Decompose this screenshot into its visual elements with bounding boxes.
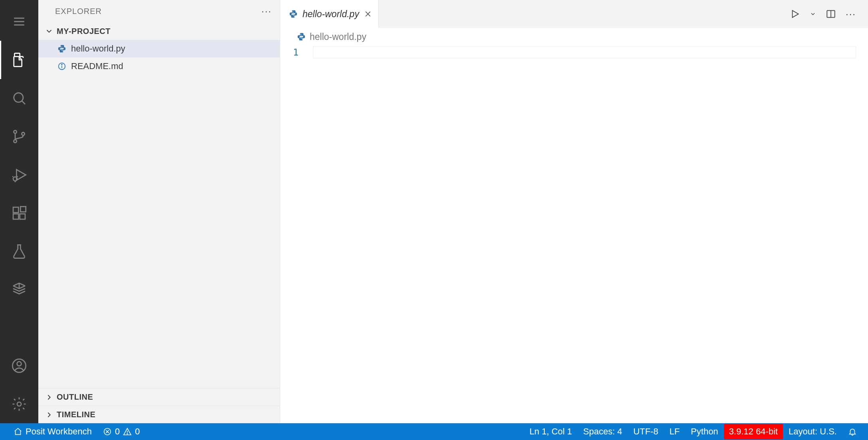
svg-point-32 (127, 434, 127, 434)
status-layout[interactable]: Layout: U.S. (783, 423, 842, 440)
svg-point-6 (14, 140, 16, 143)
chevron-down-icon (45, 27, 53, 36)
code-area[interactable] (313, 46, 868, 423)
status-bar: Posit Workbench 0 0 Ln 1, Col 1 Spaces: … (0, 423, 868, 440)
warning-icon (123, 427, 132, 436)
run-dropdown-icon[interactable] (810, 11, 816, 17)
current-line-highlight (313, 46, 856, 58)
project-name: MY-PROJECT (57, 27, 111, 36)
run-icon[interactable] (790, 9, 800, 19)
close-icon[interactable] (364, 10, 372, 18)
sidebar-title: EXPLORER (55, 7, 261, 16)
file-row-hello-world[interactable]: hello-world.py (38, 40, 280, 57)
breadcrumb[interactable]: hello-world.py (280, 28, 868, 46)
editor-actions: ··· (778, 0, 868, 28)
svg-point-22 (61, 64, 62, 65)
warning-count: 0 (135, 426, 140, 437)
source-control-icon[interactable] (0, 117, 38, 156)
outline-label: OUTLINE (57, 392, 93, 402)
status-spaces[interactable]: Spaces: 4 (577, 423, 628, 440)
svg-rect-16 (20, 206, 26, 212)
editor-body[interactable]: 1 (280, 46, 868, 423)
python-file-icon (57, 44, 67, 53)
status-cursor[interactable]: Ln 1, Col 1 (524, 423, 577, 440)
status-bell[interactable] (842, 423, 862, 440)
svg-rect-15 (20, 214, 25, 219)
workbench-label: Posit Workbench (26, 426, 92, 437)
account-icon[interactable] (0, 347, 38, 385)
svg-rect-13 (13, 207, 18, 212)
outline-section[interactable]: OUTLINE (38, 388, 280, 406)
svg-point-5 (14, 131, 16, 133)
bell-icon (848, 427, 857, 436)
status-language[interactable]: Python (685, 423, 724, 440)
file-name: README.md (71, 61, 123, 71)
tabs-row: hello-world.py ··· (280, 0, 868, 28)
chevron-right-icon (45, 410, 53, 419)
status-workbench[interactable]: Posit Workbench (8, 423, 97, 440)
breadcrumb-file: hello-world.py (310, 32, 366, 42)
run-debug-icon[interactable] (0, 156, 38, 194)
tab-filename: hello-world.py (303, 9, 359, 20)
svg-marker-25 (792, 10, 798, 17)
editor-group: hello-world.py ··· (280, 0, 868, 423)
timeline-label: TIMELINE (57, 410, 95, 419)
chevron-right-icon (45, 393, 53, 402)
menu-icon[interactable] (0, 2, 38, 41)
svg-point-3 (14, 93, 23, 102)
svg-rect-14 (13, 214, 18, 219)
file-row-readme[interactable]: README.md (38, 57, 280, 75)
status-eol[interactable]: LF (664, 423, 685, 440)
svg-line-4 (22, 101, 25, 104)
line-number: 1 (280, 47, 299, 57)
error-count: 0 (115, 426, 120, 437)
status-encoding[interactable]: UTF-8 (628, 423, 664, 440)
python-file-icon (297, 32, 306, 41)
svg-point-18 (17, 362, 22, 366)
file-name: hello-world.py (71, 44, 125, 54)
error-icon (103, 427, 112, 436)
settings-gear-icon[interactable] (0, 385, 38, 423)
activity-bar (0, 0, 38, 423)
python-file-icon (289, 10, 298, 18)
tab-hello-world[interactable]: hello-world.py (280, 0, 379, 28)
status-problems[interactable]: 0 0 (97, 423, 146, 440)
extensions-icon[interactable] (0, 194, 38, 232)
svg-marker-8 (16, 170, 26, 180)
home-icon (14, 427, 22, 436)
timeline-section[interactable]: TIMELINE (38, 406, 280, 423)
explorer-sidebar: EXPLORER ··· MY-PROJECT hello-world.py R… (38, 0, 280, 423)
editor-more-icon[interactable]: ··· (846, 8, 856, 20)
svg-point-7 (22, 133, 24, 135)
flask-icon[interactable] (0, 232, 38, 271)
status-interpreter[interactable]: 3.9.12 64-bit (724, 424, 783, 439)
connections-icon[interactable] (0, 271, 38, 309)
project-folder-header[interactable]: MY-PROJECT (38, 22, 280, 40)
svg-line-11 (17, 176, 18, 177)
search-icon[interactable] (0, 79, 38, 117)
sidebar-header: EXPLORER ··· (38, 0, 280, 22)
sidebar-more-icon[interactable]: ··· (261, 6, 272, 17)
split-editor-icon[interactable] (826, 9, 836, 19)
gutter: 1 (280, 46, 313, 423)
info-file-icon (57, 62, 67, 71)
svg-point-19 (17, 402, 21, 406)
file-tree: hello-world.py README.md (38, 40, 280, 388)
svg-line-10 (12, 176, 13, 177)
explorer-icon[interactable] (0, 41, 38, 79)
